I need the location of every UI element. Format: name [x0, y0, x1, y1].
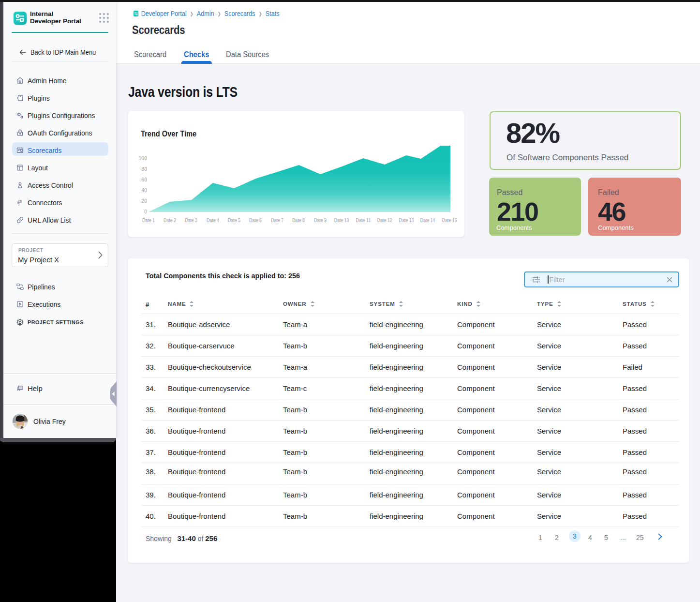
svg-text:Date 5: Date 5 — [228, 217, 240, 223]
svg-text:80: 80 — [141, 166, 147, 172]
svg-text:Date 2: Date 2 — [164, 217, 176, 223]
svg-text:Date 11: Date 11 — [356, 217, 371, 223]
svg-text:Date 4: Date 4 — [207, 217, 219, 223]
svg-text:0: 0 — [144, 209, 147, 214]
svg-text:40: 40 — [141, 187, 147, 193]
svg-text:Date 1: Date 1 — [142, 217, 155, 223]
svg-text:Date 15: Date 15 — [442, 217, 457, 223]
svg-text:Date 3: Date 3 — [185, 217, 197, 223]
svg-text:Date 7: Date 7 — [271, 217, 283, 223]
svg-text:Date 13: Date 13 — [399, 217, 414, 223]
svg-text:Date 8: Date 8 — [292, 217, 305, 223]
svg-text:60: 60 — [141, 177, 147, 182]
svg-text:Date 10: Date 10 — [334, 217, 349, 223]
svg-text:100: 100 — [138, 155, 147, 161]
svg-text:Date 9: Date 9 — [314, 217, 327, 223]
svg-text:Date 6: Date 6 — [249, 217, 262, 223]
svg-text:Date 14: Date 14 — [420, 217, 435, 223]
svg-text:20: 20 — [141, 198, 147, 204]
svg-text:Date 12: Date 12 — [377, 217, 392, 223]
